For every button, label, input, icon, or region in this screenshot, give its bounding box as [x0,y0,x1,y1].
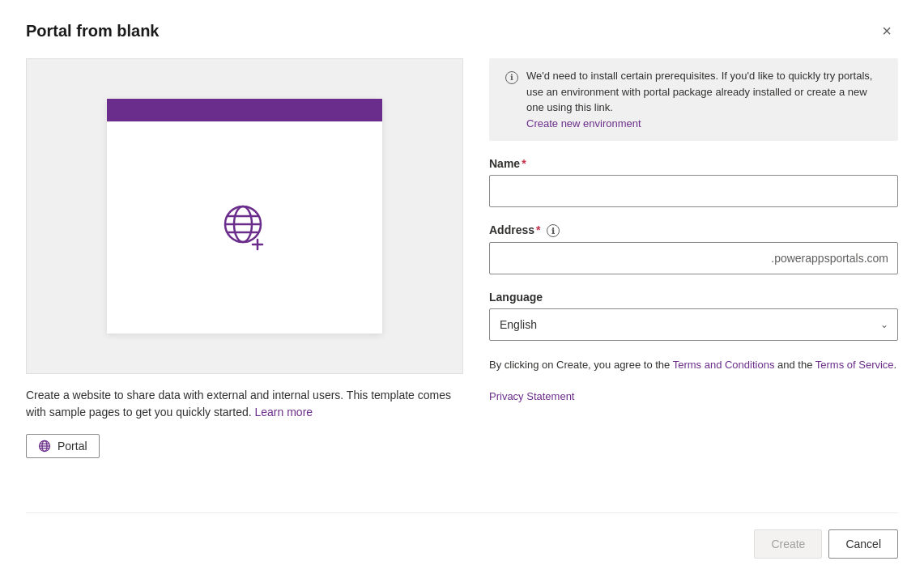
address-label: Address* ℹ [489,223,898,237]
address-required: * [536,223,540,236]
cancel-button[interactable]: Cancel [828,529,898,559]
privacy-statement-link[interactable]: Privacy Statement [489,390,575,402]
preview-inner [107,99,382,334]
preview-top-bar [107,99,382,121]
create-environment-link[interactable]: Create new environment [526,117,641,130]
language-label: Language [489,291,898,304]
address-input-wrap: .powerappsportals.com [489,242,898,274]
language-select-wrap: English French German Spanish Japanese ⌄ [489,308,898,341]
name-input[interactable] [489,175,898,207]
globe-plus-icon [215,195,274,253]
dialog-body: Create a website to share data with exte… [26,58,898,512]
address-field-group: Address* ℹ .powerappsportals.com [489,223,898,274]
address-input[interactable] [489,242,898,274]
portal-from-blank-dialog: Portal from blank × [0,0,924,578]
learn-more-link[interactable]: Learn more [254,406,313,419]
right-panel: ℹ We'd need to install certain prerequis… [489,58,898,512]
name-field-group: Name* [489,157,898,207]
language-select[interactable]: English French German Spanish Japanese [489,308,898,341]
description-text: Create a website to share data with exte… [26,387,463,421]
language-field-group: Language English French German Spanish J… [489,291,898,341]
address-info-icon[interactable]: ℹ [547,224,560,237]
dialog-header: Portal from blank × [26,19,898,42]
name-label: Name* [489,157,898,170]
preview-box [26,58,463,374]
info-banner-text: We'd need to install certain prerequisit… [526,68,885,131]
dialog-footer: Create Cancel [26,512,898,559]
terms-service-link[interactable]: Terms of Service [815,359,894,371]
terms-conditions-link[interactable]: Terms and Conditions [673,359,775,371]
name-required: * [522,157,526,170]
portal-globe-icon [38,440,51,453]
info-icon-wrap: ℹ [502,70,518,131]
preview-globe-icon [215,195,274,253]
legal-text: By clicking on Create, you agree to the … [489,357,898,374]
legal-text-block: By clicking on Create, you agree to the … [489,357,898,403]
info-banner: ℹ We'd need to install certain prerequis… [489,58,898,141]
portal-badge-label: Portal [57,440,87,453]
left-panel: Create a website to share data with exte… [26,58,463,512]
info-banner-icon: ℹ [505,71,518,84]
create-button[interactable]: Create [754,529,822,559]
portal-badge: Portal [26,434,100,458]
dialog-title: Portal from blank [26,22,159,40]
close-button[interactable]: × [875,19,898,42]
